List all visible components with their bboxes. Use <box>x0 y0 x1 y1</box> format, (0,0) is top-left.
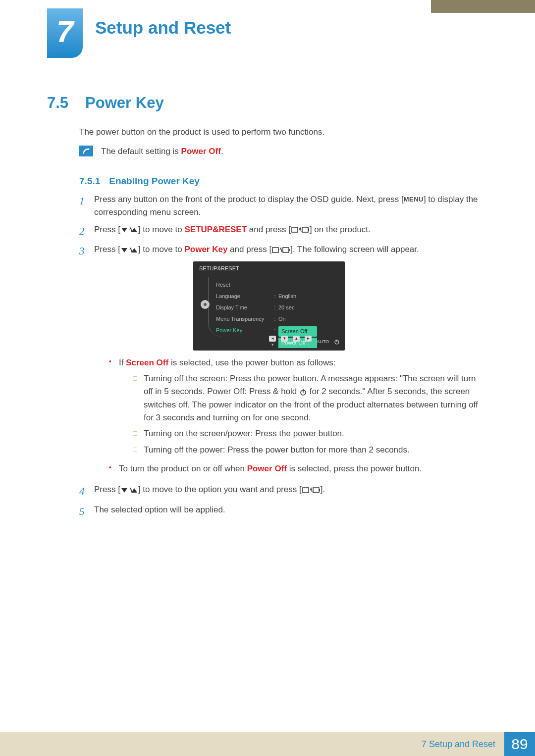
step-1: 1 Press any button on the front of the p… <box>79 193 484 219</box>
osd-item-label-active: Power Key <box>216 326 271 348</box>
right-arrow-icon: ▸ <box>305 336 312 342</box>
subsection-heading: 7.5.1Enabling Power Key <box>79 176 200 187</box>
osd-item-label: Menu Transparency <box>216 315 271 323</box>
left-arrow-icon: ◂ <box>269 336 276 342</box>
svg-point-5 <box>204 303 207 306</box>
subsection-number: 7.5.1 <box>79 176 100 186</box>
step-number: 1 <box>79 193 94 219</box>
chapter-title: Setup and Reset <box>95 18 231 38</box>
header-accent-bar <box>431 0 535 13</box>
note-text: The default setting is Power Off. <box>101 146 223 156</box>
section-intro: The power button on the product is used … <box>79 127 324 137</box>
osd-item-label: Reset <box>216 281 271 289</box>
sub-bullet-box-icon: □ <box>133 444 144 456</box>
menu-button-label: MENU <box>404 196 424 203</box>
section-title: Power Key <box>85 94 164 111</box>
down-up-arrows-icon <box>121 487 138 494</box>
osd-screenshot: SETUP&RESET Reset Language:English Displ… <box>193 261 345 351</box>
step-number: 3 <box>79 243 94 479</box>
square-screen-icon <box>302 487 320 494</box>
note-bold: Power Off <box>181 147 221 156</box>
step-3: 3 Press [] to move to Power Key and pres… <box>79 243 484 479</box>
osd-item-label: Language <box>216 292 271 301</box>
chapter-number-badge: 7 <box>47 8 83 58</box>
down-arrow-icon: ▾ <box>281 336 288 342</box>
footer-chapter-ref: 7 Setup and Reset <box>422 732 504 756</box>
steps-list: 1 Press any button on the front of the p… <box>79 193 484 523</box>
square-screen-icon <box>272 247 290 253</box>
svg-rect-0 <box>292 227 298 232</box>
power-icon <box>300 389 307 396</box>
step-4: 4 Press [] to move to the option you wan… <box>79 483 484 500</box>
down-up-arrows-icon <box>121 247 138 253</box>
gear-icon <box>200 299 211 310</box>
step-number: 2 <box>79 223 94 240</box>
note-row: The default setting is Power Off. <box>79 146 223 156</box>
sub-bullet-box-icon: □ <box>133 427 144 440</box>
step-number: 4 <box>79 483 94 500</box>
osd-item-label: Display Time <box>216 303 271 312</box>
bullet-dot-icon: • <box>109 356 119 459</box>
step-5: 5 The selected option will be applied. <box>79 504 484 520</box>
bullet-dot-icon: • <box>109 462 119 475</box>
up-arrow-icon: ▴ <box>293 336 300 342</box>
sub-bullet-box-icon: □ <box>133 372 144 424</box>
section-number: 7.5 <box>47 94 68 111</box>
down-up-arrows-icon <box>121 226 138 233</box>
step-number: 5 <box>79 504 94 520</box>
power-icon <box>334 339 340 345</box>
osd-title: SETUP&RESET <box>193 261 345 276</box>
svg-rect-2 <box>272 248 278 252</box>
osd-item-value: English <box>278 292 341 301</box>
footer-page-number: 89 <box>504 732 535 756</box>
page-footer: 7 Setup and Reset 89 <box>0 732 535 756</box>
section-heading: 7.5Power Key <box>47 94 164 112</box>
note-icon <box>79 146 93 156</box>
svg-rect-10 <box>303 488 309 493</box>
osd-footer-nav: ◂▾ ▾▾ ▴▾ ▸▾ AUTO <box>269 336 340 349</box>
square-screen-icon <box>291 226 309 233</box>
svg-rect-11 <box>313 488 319 493</box>
step-2: 2 Press [] to move to SETUP&RESET and pr… <box>79 223 484 240</box>
svg-rect-1 <box>302 227 308 232</box>
svg-rect-3 <box>283 248 289 252</box>
osd-item-value: 20 sec <box>278 303 341 312</box>
osd-item-value: On <box>278 315 341 323</box>
subsection-title: Enabling Power Key <box>109 176 200 186</box>
osd-auto-label: AUTO <box>317 339 329 346</box>
